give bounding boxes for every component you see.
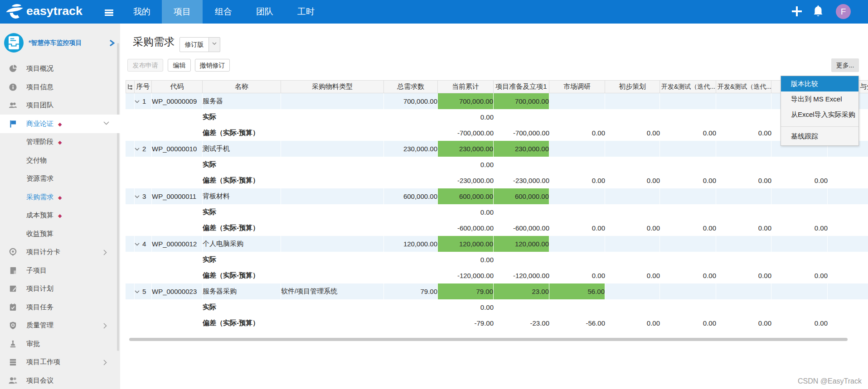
svg-text:easytrack: easytrack <box>26 5 83 17</box>
